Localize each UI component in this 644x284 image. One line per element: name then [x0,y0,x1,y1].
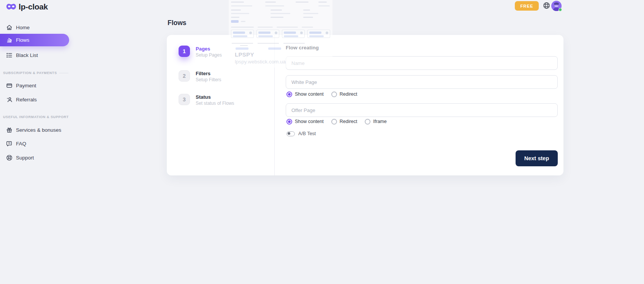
step-number: 3 [179,94,190,105]
flow-form: Flow creating Show content Redirect Show… [286,35,558,175]
card-divider [274,35,275,175]
stepper-step-status[interactable]: 3 Status Set status of Flows [179,94,234,106]
svg-text:?!: ?! [8,142,11,144]
credit-card-icon [6,82,13,89]
white-page-redirect-radio[interactable]: Redirect [331,92,358,97]
sidebar-item-label: Services & bonuses [16,127,61,133]
offer-page-redirect-radio[interactable]: Redirect [331,119,358,125]
toggle-knob [288,132,290,135]
ab-test-row: A/B Test [286,129,316,138]
logo[interactable]: lp-cloak [6,2,48,11]
user-avatar[interactable] [551,1,562,11]
logo-text: lp-cloak [19,2,48,11]
stepper-step-pages[interactable]: 1 Pages Setup Pages [179,46,222,58]
gift-icon [6,127,13,133]
step-subtitle: Set status of Flows [196,101,234,106]
sidebar-item-faq[interactable]: ?! FAQ [0,138,69,149]
sidebar-item-label: Payment [16,83,36,88]
radio-unchecked-icon [331,119,337,125]
sidebar-section-support: USEFUL INFORMATION & SUPPORT [3,115,68,119]
next-step-button[interactable]: Next step [516,150,558,166]
offer-page-iframe-radio[interactable]: Iframe [365,119,386,125]
sidebar: lp-cloak Home Flows [0,0,72,284]
sidebar-item-services-bonuses[interactable]: Services & bonuses [0,124,69,136]
step-number: 2 [179,70,190,82]
ab-test-label: A/B Test [298,131,316,136]
sidebar-item-black-list[interactable]: Black List [0,49,69,61]
radio-label: Show content [295,119,324,124]
stepper-step-filters[interactable]: 2 Filters Setup Filters [179,70,221,82]
sidebar-item-label: Referrals [16,97,37,103]
section-header-label: USEFUL INFORMATION & SUPPORT [3,115,69,119]
radio-unchecked-icon [365,119,370,125]
name-input[interactable] [286,56,558,70]
section-header-label: SUBSCRIPTION & PAYMENTS [3,71,57,75]
mask-logo-icon [6,3,16,11]
radio-label: Show content [295,92,324,97]
white-page-show-content-radio[interactable]: Show content [286,92,324,97]
sidebar-section-subscription: SUBSCRIPTION & PAYMENTS [3,71,68,75]
white-page-input[interactable] [286,75,558,89]
sidebar-item-flows[interactable]: Flows [0,34,69,46]
page-title: Flows [168,19,187,27]
referral-user-icon [6,96,13,103]
radio-label: Iframe [373,119,386,124]
offer-page-mode-group: Show content Redirect Iframe [286,117,387,126]
flow-creating-card: 1 Pages Setup Pages 2 Filters Setup Filt… [167,35,563,175]
sidebar-item-label: FAQ [16,141,26,147]
radio-checked-icon [286,92,292,97]
flows-stack-icon [6,37,13,43]
sidebar-item-support[interactable]: Support [0,152,69,163]
form-title: Flow creating [286,45,319,50]
sidebar-item-label: Support [16,155,34,161]
online-status-dot [559,8,562,11]
faq-bubble-icon: ?! [6,140,13,147]
home-icon [6,24,13,31]
step-title: Filters [196,71,221,76]
sidebar-item-label: Flows [16,37,29,43]
offer-page-input[interactable] [286,103,558,117]
sidebar-item-label: Black List [16,52,38,58]
step-title: Status [196,94,234,100]
offer-page-show-content-radio[interactable]: Show content [286,119,324,125]
language-globe-icon[interactable] [543,2,550,9]
plan-badge[interactable]: FREE [515,1,539,11]
sidebar-item-home[interactable]: Home [0,22,69,33]
support-lifering-icon [6,155,13,161]
sidebar-item-referrals[interactable]: Referrals [0,94,69,105]
app-window: lp-cloak Home Flows [0,0,644,284]
step-number: 1 [179,46,190,57]
white-page-mode-group: Show content Redirect [286,90,357,99]
radio-label: Redirect [340,119,358,124]
sidebar-item-label: Home [16,25,30,30]
radio-unchecked-icon [331,92,337,97]
radio-checked-icon [286,119,292,125]
list-icon [6,52,13,58]
sidebar-item-payment[interactable]: Payment [0,80,69,91]
step-subtitle: Setup Pages [196,52,222,58]
ab-test-toggle[interactable] [286,131,295,136]
step-subtitle: Setup Filters [196,77,221,82]
radio-label: Redirect [340,92,358,97]
step-title: Pages [196,46,222,52]
